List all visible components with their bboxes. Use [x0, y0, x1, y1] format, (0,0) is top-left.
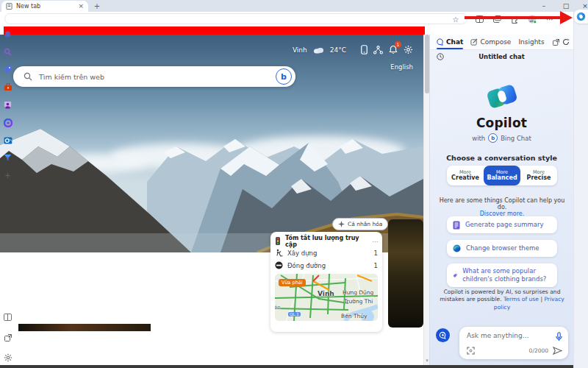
weather-widget[interactable]: Vinh 24°C 1 — [293, 45, 413, 54]
traffic-count: 1 — [374, 262, 378, 269]
active-tab-underline — [437, 48, 463, 50]
traffic-card-title: Tóm tắt lưu lượng truy cập — [285, 235, 368, 248]
sidebar-bell-icon[interactable] — [1, 28, 14, 40]
minimize-button[interactable]: – — [538, 1, 550, 10]
compose-icon — [470, 38, 478, 46]
bing-chat-icon[interactable]: b — [276, 68, 292, 85]
suggestion-clothing-brands[interactable]: What are some popular children's clothin… — [447, 263, 557, 287]
sidebar-shopping-icon[interactable] — [1, 63, 14, 76]
chat-icon — [437, 38, 444, 46]
notification-badge: 1 — [395, 41, 401, 48]
favorite-star-icon[interactable]: ☆ — [450, 14, 462, 24]
sidebar-funnel-icon[interactable] — [1, 152, 14, 164]
sidebar-person-icon[interactable] — [1, 99, 14, 111]
close-button[interactable]: × — [579, 1, 588, 10]
ai-disclaimer: Copilot is powered by AI, so surprises a… — [439, 289, 565, 311]
map-label-city: Vinh — [318, 290, 334, 297]
style-heading: Choose a conversation style — [430, 154, 573, 162]
edge-browser-window: { "browser": { "tab_title": "New tab", "… — [0, 0, 588, 368]
tab-favicon-icon — [6, 3, 12, 10]
map-label: Bến Thủy — [341, 313, 367, 319]
traffic-count: 1 — [374, 250, 378, 257]
chat-input-placeholder: Ask me anything... — [467, 332, 556, 339]
news-card-image[interactable] — [388, 219, 423, 328]
browser-tab[interactable]: New tab × — [1, 1, 88, 12]
chat-title-bar: Untitled chat — [430, 50, 573, 63]
weather-cloud-icon — [313, 46, 324, 54]
style-creative-button[interactable]: More Creative — [447, 166, 484, 185]
sidebar-split-screen-icon[interactable] — [1, 311, 14, 323]
sidebar-tools-icon[interactable] — [1, 81, 14, 93]
personalize-button[interactable]: Cá nhân hóa — [332, 218, 388, 230]
tab-compose[interactable]: Compose — [468, 35, 513, 49]
edge-icon — [453, 244, 461, 252]
copilot-logo — [486, 82, 518, 111]
edge-sidebar — [573, 12, 588, 368]
tab-strip: New tab × + – □ × — [0, 0, 588, 12]
sidebar-external-icon[interactable] — [1, 331, 14, 344]
suggestion-page-summary[interactable]: Generate page summary — [447, 216, 557, 233]
chat-title: Untitled chat — [430, 53, 573, 60]
traffic-row-construction[interactable]: Xây dựng 1 — [275, 247, 378, 259]
traffic-light-icon — [275, 237, 281, 246]
phone-icon[interactable] — [361, 45, 368, 54]
search-placeholder: Tìm kiếm trên web — [39, 73, 276, 81]
road-number-badge: QL.1 — [288, 312, 301, 316]
tab-chat[interactable]: Chat — [434, 35, 465, 49]
construction-icon — [275, 249, 283, 257]
send-icon[interactable] — [553, 347, 562, 355]
share-icon[interactable] — [373, 46, 383, 54]
tab-title: New tab — [16, 3, 74, 10]
notifications-button[interactable]: 1 — [389, 45, 398, 54]
window-bottom-edge — [0, 365, 573, 368]
sidebar-settings-gear-icon[interactable] — [1, 351, 14, 364]
weather-temp: 24°C — [330, 46, 346, 54]
screenshot-icon[interactable] — [467, 347, 475, 355]
tab-close-icon[interactable]: × — [78, 3, 84, 10]
chat-input-box[interactable]: Ask me anything... 0/2000 — [459, 327, 568, 359]
annotation-arrow-shaft — [465, 16, 562, 19]
style-balanced-button[interactable]: More Balanced — [484, 166, 520, 185]
copilot-panel: Chat Compose Insights ⋮ × Untitled chat — [429, 35, 573, 366]
copilot-title: Copilot — [430, 116, 573, 130]
road-closed-icon — [275, 261, 283, 269]
news-thumbnail[interactable] — [18, 324, 151, 331]
sparkle-icon — [338, 221, 345, 227]
traffic-status-badge: Vừa phải — [279, 279, 306, 286]
sidebar-outlook-icon[interactable] — [1, 134, 14, 146]
page-scrollbar[interactable]: ▾ — [423, 35, 429, 366]
map-label: én — [275, 305, 281, 311]
sidebar-search-icon[interactable] — [1, 46, 14, 58]
char-counter: 0/2000 — [529, 347, 548, 354]
new-tab-button[interactable]: + — [93, 2, 101, 11]
search-bar[interactable]: Tìm kiếm trên web b — [13, 66, 295, 87]
copilot-header: Chat Compose Insights ⋮ × — [430, 35, 573, 50]
maximize-button[interactable]: □ — [560, 1, 572, 10]
annotation-arrow-head — [560, 11, 573, 24]
suggestion-browser-theme[interactable]: Change browser theme — [447, 240, 557, 257]
weather-city: Vinh — [293, 46, 307, 54]
mic-icon[interactable] — [556, 332, 562, 342]
language-button[interactable]: English — [390, 63, 413, 71]
bing-icon: b — [488, 133, 498, 143]
style-precise-button[interactable]: More Precise — [520, 166, 557, 185]
sidebar-copilot-button[interactable] — [574, 10, 588, 24]
traffic-row-road-closed[interactable]: Đóng đường 1 — [275, 259, 378, 272]
tab-insights[interactable]: Insights — [516, 35, 546, 49]
address-bar[interactable] — [4, 13, 467, 24]
conversation-style-group: More Creative More Balanced More Precise — [447, 166, 557, 185]
open-in-new-icon[interactable] — [553, 37, 559, 47]
doc-icon — [453, 221, 460, 230]
tag-icon — [453, 272, 457, 280]
card-menu-icon[interactable]: ⋯ — [372, 238, 378, 245]
terms-link[interactable]: Terms of use — [503, 296, 539, 302]
traffic-summary-card[interactable]: Tóm tắt lưu lượng truy cập ⋯ Xây dựng 1 … — [270, 232, 382, 332]
gear-icon[interactable] — [404, 45, 413, 54]
copilot-subtitle: with b Bing Chat — [430, 133, 573, 143]
traffic-map[interactable]: Vừa phải Vinh Hưng Dũng Trường Thi Bến T… — [275, 274, 378, 321]
sidebar-add-icon[interactable]: + — [1, 169, 14, 182]
refresh-icon[interactable] — [562, 37, 570, 47]
sidebar-games-icon[interactable] — [1, 116, 14, 129]
intro-text: Here are some things Copilot can help yo… — [437, 197, 567, 217]
new-topic-button[interactable] — [436, 328, 450, 342]
